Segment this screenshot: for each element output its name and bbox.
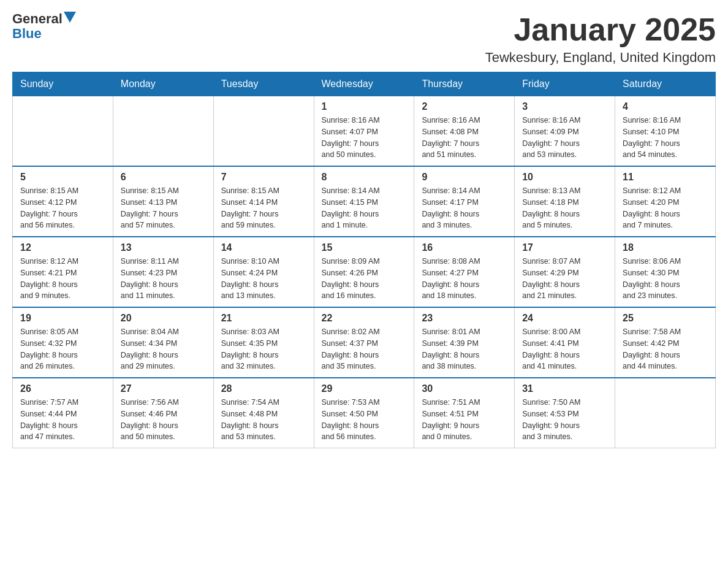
day-number-7: 7 <box>221 172 306 183</box>
day-info-16: Sunrise: 8:08 AM Sunset: 4:27 PM Dayligh… <box>422 256 507 302</box>
calendar-cell-w3-d6: 17Sunrise: 8:07 AM Sunset: 4:29 PM Dayli… <box>515 237 615 307</box>
day-number-5: 5 <box>20 172 105 183</box>
location-text: Tewkesbury, England, United Kingdom <box>485 50 716 66</box>
calendar-cell-w5-d6: 31Sunrise: 7:50 AM Sunset: 4:53 PM Dayli… <box>515 378 615 448</box>
calendar-cell-w4-d5: 23Sunrise: 8:01 AM Sunset: 4:39 PM Dayli… <box>414 307 515 378</box>
logo-blue-text: Blue <box>12 26 42 42</box>
day-info-9: Sunrise: 8:14 AM Sunset: 4:17 PM Dayligh… <box>422 185 507 231</box>
calendar-cell-w2-d5: 9Sunrise: 8:14 AM Sunset: 4:17 PM Daylig… <box>414 166 515 237</box>
day-info-10: Sunrise: 8:13 AM Sunset: 4:18 PM Dayligh… <box>522 185 607 231</box>
calendar-cell-w2-d4: 8Sunrise: 8:14 AM Sunset: 4:15 PM Daylig… <box>314 166 414 237</box>
header-monday: Monday <box>113 72 213 96</box>
day-number-19: 19 <box>20 313 105 324</box>
day-info-27: Sunrise: 7:56 AM Sunset: 4:46 PM Dayligh… <box>121 397 206 443</box>
day-number-26: 26 <box>20 383 105 394</box>
calendar-cell-w3-d5: 16Sunrise: 8:08 AM Sunset: 4:27 PM Dayli… <box>414 237 515 307</box>
day-number-13: 13 <box>121 242 206 253</box>
day-info-25: Sunrise: 7:58 AM Sunset: 4:42 PM Dayligh… <box>623 326 708 372</box>
day-number-18: 18 <box>623 242 708 253</box>
calendar-cell-w3-d1: 12Sunrise: 8:12 AM Sunset: 4:21 PM Dayli… <box>13 237 113 307</box>
header-wednesday: Wednesday <box>314 72 414 96</box>
week-row-5: 26Sunrise: 7:57 AM Sunset: 4:44 PM Dayli… <box>13 378 716 448</box>
day-info-22: Sunrise: 8:02 AM Sunset: 4:37 PM Dayligh… <box>322 326 407 372</box>
page-header: General Blue January 2025 Tewkesbury, En… <box>12 12 716 66</box>
day-number-10: 10 <box>522 172 607 183</box>
day-number-30: 30 <box>422 383 507 394</box>
title-section: January 2025 Tewkesbury, England, United… <box>485 12 716 66</box>
week-row-1: 1Sunrise: 8:16 AM Sunset: 4:07 PM Daylig… <box>13 96 716 167</box>
day-info-6: Sunrise: 8:15 AM Sunset: 4:13 PM Dayligh… <box>121 185 206 231</box>
day-info-3: Sunrise: 8:16 AM Sunset: 4:09 PM Dayligh… <box>522 115 607 161</box>
day-number-27: 27 <box>121 383 206 394</box>
logo-triangle-icon <box>64 12 76 24</box>
day-number-24: 24 <box>522 313 607 324</box>
day-info-12: Sunrise: 8:12 AM Sunset: 4:21 PM Dayligh… <box>20 256 105 302</box>
header-friday: Friday <box>515 72 615 96</box>
day-number-28: 28 <box>221 383 306 394</box>
calendar-cell-w3-d2: 13Sunrise: 8:11 AM Sunset: 4:23 PM Dayli… <box>113 237 213 307</box>
calendar-cell-w2-d1: 5Sunrise: 8:15 AM Sunset: 4:12 PM Daylig… <box>13 166 113 237</box>
logo-general-text: General <box>12 12 63 26</box>
day-info-19: Sunrise: 8:05 AM Sunset: 4:32 PM Dayligh… <box>20 326 105 372</box>
calendar-cell-w1-d4: 1Sunrise: 8:16 AM Sunset: 4:07 PM Daylig… <box>314 96 414 167</box>
calendar-cell-w4-d4: 22Sunrise: 8:02 AM Sunset: 4:37 PM Dayli… <box>314 307 414 378</box>
svg-marker-0 <box>64 12 76 23</box>
calendar-cell-w5-d4: 29Sunrise: 7:53 AM Sunset: 4:50 PM Dayli… <box>314 378 414 448</box>
calendar-cell-w4-d3: 21Sunrise: 8:03 AM Sunset: 4:35 PM Dayli… <box>213 307 314 378</box>
week-row-3: 12Sunrise: 8:12 AM Sunset: 4:21 PM Dayli… <box>13 237 716 307</box>
calendar-cell-w2-d3: 7Sunrise: 8:15 AM Sunset: 4:14 PM Daylig… <box>213 166 314 237</box>
calendar-cell-w1-d6: 3Sunrise: 8:16 AM Sunset: 4:09 PM Daylig… <box>515 96 615 167</box>
day-number-16: 16 <box>422 242 507 253</box>
day-number-29: 29 <box>322 383 407 394</box>
calendar-cell-w1-d1 <box>13 96 113 167</box>
day-number-11: 11 <box>623 172 708 183</box>
header-sunday: Sunday <box>13 72 113 96</box>
day-number-17: 17 <box>522 242 607 253</box>
day-number-8: 8 <box>322 172 407 183</box>
calendar-cell-w2-d6: 10Sunrise: 8:13 AM Sunset: 4:18 PM Dayli… <box>515 166 615 237</box>
calendar-cell-w1-d3 <box>213 96 314 167</box>
day-info-11: Sunrise: 8:12 AM Sunset: 4:20 PM Dayligh… <box>623 185 708 231</box>
day-info-13: Sunrise: 8:11 AM Sunset: 4:23 PM Dayligh… <box>121 256 206 302</box>
day-number-2: 2 <box>422 101 507 112</box>
calendar-table: Sunday Monday Tuesday Wednesday Thursday… <box>12 72 716 448</box>
calendar-cell-w4-d6: 24Sunrise: 8:00 AM Sunset: 4:41 PM Dayli… <box>515 307 615 378</box>
day-info-20: Sunrise: 8:04 AM Sunset: 4:34 PM Dayligh… <box>121 326 206 372</box>
calendar-cell-w3-d7: 18Sunrise: 8:06 AM Sunset: 4:30 PM Dayli… <box>615 237 716 307</box>
day-number-9: 9 <box>422 172 507 183</box>
calendar-cell-w5-d2: 27Sunrise: 7:56 AM Sunset: 4:46 PM Dayli… <box>113 378 213 448</box>
week-row-2: 5Sunrise: 8:15 AM Sunset: 4:12 PM Daylig… <box>13 166 716 237</box>
calendar-cell-w2-d2: 6Sunrise: 8:15 AM Sunset: 4:13 PM Daylig… <box>113 166 213 237</box>
calendar-cell-w5-d5: 30Sunrise: 7:51 AM Sunset: 4:51 PM Dayli… <box>414 378 515 448</box>
calendar-cell-w2-d7: 11Sunrise: 8:12 AM Sunset: 4:20 PM Dayli… <box>615 166 716 237</box>
calendar-cell-w3-d3: 14Sunrise: 8:10 AM Sunset: 4:24 PM Dayli… <box>213 237 314 307</box>
day-info-24: Sunrise: 8:00 AM Sunset: 4:41 PM Dayligh… <box>522 326 607 372</box>
day-number-22: 22 <box>322 313 407 324</box>
day-info-4: Sunrise: 8:16 AM Sunset: 4:10 PM Dayligh… <box>623 115 708 161</box>
day-number-3: 3 <box>522 101 607 112</box>
calendar-cell-w1-d2 <box>113 96 213 167</box>
day-info-2: Sunrise: 8:16 AM Sunset: 4:08 PM Dayligh… <box>422 115 507 161</box>
week-row-4: 19Sunrise: 8:05 AM Sunset: 4:32 PM Dayli… <box>13 307 716 378</box>
day-info-8: Sunrise: 8:14 AM Sunset: 4:15 PM Dayligh… <box>322 185 407 231</box>
day-info-5: Sunrise: 8:15 AM Sunset: 4:12 PM Dayligh… <box>20 185 105 231</box>
day-number-20: 20 <box>121 313 206 324</box>
day-info-31: Sunrise: 7:50 AM Sunset: 4:53 PM Dayligh… <box>522 397 607 443</box>
day-number-6: 6 <box>121 172 206 183</box>
days-header-row: Sunday Monday Tuesday Wednesday Thursday… <box>13 72 716 96</box>
calendar-cell-w4-d1: 19Sunrise: 8:05 AM Sunset: 4:32 PM Dayli… <box>13 307 113 378</box>
day-number-12: 12 <box>20 242 105 253</box>
calendar-cell-w1-d7: 4Sunrise: 8:16 AM Sunset: 4:10 PM Daylig… <box>615 96 716 167</box>
header-tuesday: Tuesday <box>213 72 314 96</box>
day-info-28: Sunrise: 7:54 AM Sunset: 4:48 PM Dayligh… <box>221 397 306 443</box>
calendar-cell-w5-d1: 26Sunrise: 7:57 AM Sunset: 4:44 PM Dayli… <box>13 378 113 448</box>
day-info-18: Sunrise: 8:06 AM Sunset: 4:30 PM Dayligh… <box>623 256 708 302</box>
day-info-14: Sunrise: 8:10 AM Sunset: 4:24 PM Dayligh… <box>221 256 306 302</box>
day-number-4: 4 <box>623 101 708 112</box>
day-number-25: 25 <box>623 313 708 324</box>
header-saturday: Saturday <box>615 72 716 96</box>
day-info-23: Sunrise: 8:01 AM Sunset: 4:39 PM Dayligh… <box>422 326 507 372</box>
day-info-7: Sunrise: 8:15 AM Sunset: 4:14 PM Dayligh… <box>221 185 306 231</box>
calendar-cell-w3-d4: 15Sunrise: 8:09 AM Sunset: 4:26 PM Dayli… <box>314 237 414 307</box>
day-info-15: Sunrise: 8:09 AM Sunset: 4:26 PM Dayligh… <box>322 256 407 302</box>
